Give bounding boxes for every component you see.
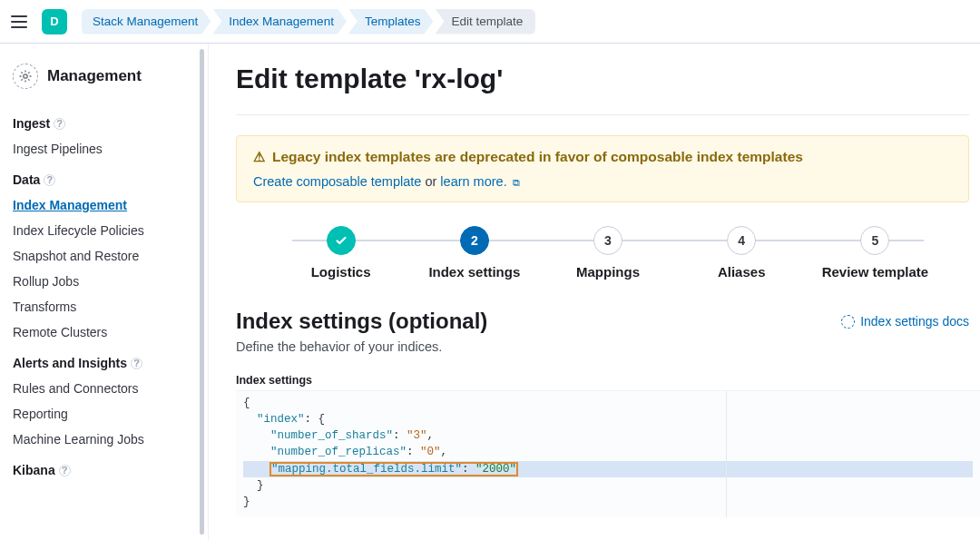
breadcrumb-item[interactable]: Stack Management	[82, 9, 211, 34]
page-title: Edit template 'rx-log'	[236, 64, 969, 115]
help-icon[interactable]: ?	[44, 174, 55, 186]
gear-icon	[13, 64, 38, 89]
sidebar-item-ml-jobs[interactable]: Machine Learning Jobs	[0, 427, 208, 452]
step-mappings[interactable]: 3 Mappings	[541, 226, 674, 280]
json-editor[interactable]: { "index": { "number_of_shards": "3", "n…	[236, 390, 980, 517]
sidebar-item-reporting[interactable]: Reporting	[0, 401, 208, 427]
section-heading: Index settings (optional)	[236, 309, 487, 334]
svg-point-0	[24, 74, 27, 78]
warning-icon: ⚠	[253, 149, 265, 165]
sidebar-item-transforms[interactable]: Transforms	[0, 294, 208, 319]
create-composable-link[interactable]: Create composable template	[253, 174, 421, 189]
menu-toggle[interactable]	[9, 11, 31, 33]
step-label: Mappings	[576, 264, 640, 280]
step-review[interactable]: 5 Review template	[808, 226, 942, 280]
sidebar-item-snapshot-restore[interactable]: Snapshot and Restore	[0, 243, 208, 269]
deprecation-callout: ⚠ Legacy index templates are deprecated …	[236, 135, 969, 202]
sidebar-item-ingest-pipelines[interactable]: Ingest Pipelines	[0, 136, 208, 162]
sidebar-item-rules-connectors[interactable]: Rules and Connectors	[0, 376, 208, 401]
step-circle-current: 2	[460, 226, 489, 255]
step-label: Index settings	[428, 264, 520, 280]
sidebar-group-data: Data?	[0, 162, 208, 192]
help-icon	[841, 315, 855, 329]
breadcrumb-item[interactable]: Index Management	[212, 9, 347, 34]
step-circle: 5	[860, 226, 889, 255]
sidebar-header: Management	[0, 60, 208, 105]
step-circle: 4	[727, 226, 756, 255]
step-label: Aliases	[718, 264, 766, 280]
callout-or: or	[421, 174, 440, 189]
sidebar-item-remote-clusters[interactable]: Remote Clusters	[0, 319, 208, 345]
breadcrumbs: Stack Management Index Management Templa…	[82, 9, 537, 34]
wizard-stepper: Logistics 2 Index settings 3 Mappings 4 …	[274, 226, 942, 280]
callout-title-text: Legacy index templates are deprecated in…	[272, 149, 803, 165]
step-index-settings[interactable]: 2 Index settings	[407, 226, 541, 280]
editor-label: Index settings	[236, 374, 980, 387]
breadcrumb-item-current: Edit template	[435, 9, 535, 34]
external-link-icon: ⧉	[513, 177, 520, 188]
sidebar-group-ingest: Ingest?	[0, 105, 208, 136]
topbar: D Stack Management Index Management Temp…	[0, 0, 980, 44]
main-content: Edit template 'rx-log' ⚠ Legacy index te…	[209, 44, 980, 540]
step-label: Logistics	[311, 264, 371, 280]
step-circle-done	[327, 226, 356, 255]
sidebar-item-rollup-jobs[interactable]: Rollup Jobs	[0, 269, 208, 294]
sidebar-item-index-lifecycle-policies[interactable]: Index Lifecycle Policies	[0, 218, 208, 243]
learn-more-link[interactable]: learn more.	[440, 174, 506, 189]
space-badge[interactable]: D	[42, 9, 67, 34]
step-aliases[interactable]: 4 Aliases	[675, 226, 808, 280]
sidebar-title: Management	[47, 67, 142, 85]
section-sub: Define the behavior of your indices.	[236, 339, 487, 354]
step-logistics[interactable]: Logistics	[274, 226, 407, 280]
step-circle: 3	[593, 226, 622, 255]
sidebar-group-kibana: Kibana?	[0, 452, 208, 483]
step-label: Review template	[822, 264, 929, 280]
sidebar-item-index-management[interactable]: Index Management	[0, 192, 208, 218]
sidebar-group-alerts: Alerts and Insights?	[0, 345, 208, 376]
index-settings-docs-link[interactable]: Index settings docs	[841, 314, 969, 329]
help-icon[interactable]: ?	[54, 118, 65, 130]
help-icon[interactable]: ?	[59, 465, 71, 476]
breadcrumb-item[interactable]: Templates	[348, 9, 434, 34]
sidebar: Management Ingest? Ingest Pipelines Data…	[0, 44, 209, 540]
help-icon[interactable]: ?	[131, 358, 142, 369]
